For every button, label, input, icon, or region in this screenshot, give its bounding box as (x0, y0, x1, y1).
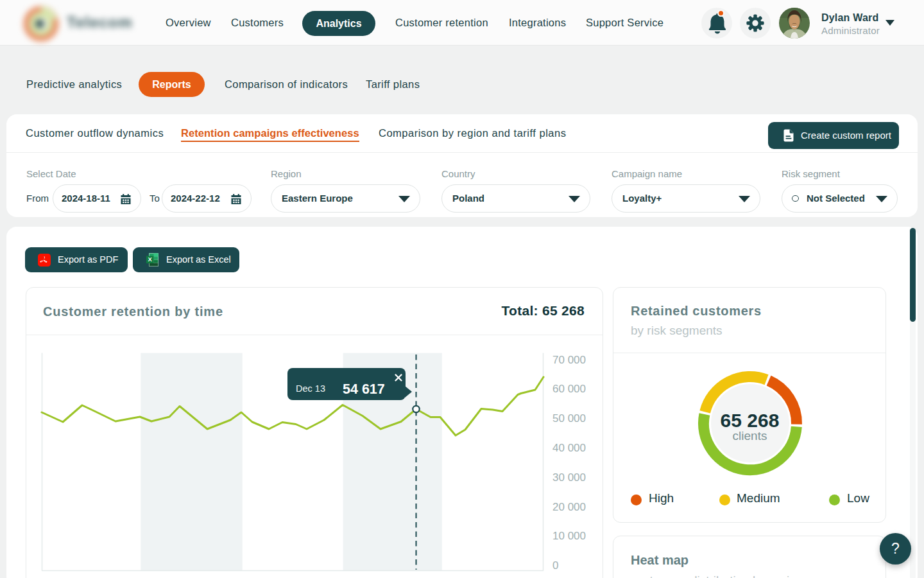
svg-text:X: X (148, 256, 153, 263)
